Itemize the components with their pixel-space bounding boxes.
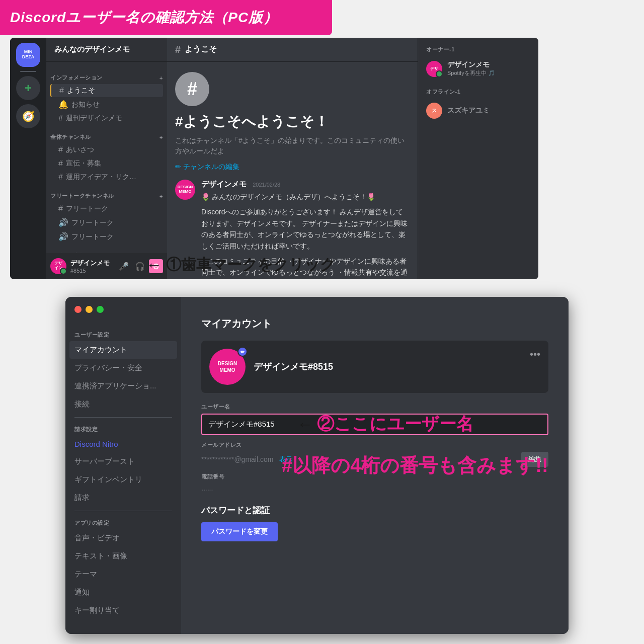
- hash-icon-5: #: [58, 173, 63, 182]
- hash-icon-4: #: [58, 159, 63, 168]
- members-panel: オーナー-1 デザ デザインメモ Spotifyを再生中 🎵 オフライン-1 ス…: [418, 38, 538, 279]
- message-author: デザインメモ 2021/02/28: [201, 180, 410, 189]
- chat-content: # #ようこそへようこそ！ これはチャンネル「#ようこそ」の始まりです。このコミ…: [167, 62, 418, 279]
- close-window-button[interactable]: [74, 306, 82, 313]
- settings-gift-inventory[interactable]: ギフトインベントリ: [69, 471, 177, 489]
- channel-name-header: ようこそ: [185, 44, 217, 55]
- channel-weekly[interactable]: # 週刊デザインメモ: [50, 112, 163, 125]
- server-list: MINDEZA + 🧭: [10, 38, 46, 279]
- settings-my-account[interactable]: マイアカウント: [69, 341, 177, 359]
- arrow-icon-1: ←: [146, 256, 162, 274]
- chat-header: # ようこそ: [167, 38, 418, 62]
- account-avatar: DESIGNMEMO ✏: [209, 349, 246, 385]
- settings-theme[interactable]: テーマ: [69, 566, 177, 583]
- account-name-tag: デザインメモ#8515: [254, 361, 333, 373]
- channel-hash-icon: #: [175, 44, 181, 55]
- channel-senden[interactable]: # 宣伝・募集: [50, 157, 163, 170]
- hash-icon-6: #: [58, 204, 63, 213]
- channel-freetalk-voice1[interactable]: 🔊 フリートーク: [50, 216, 163, 229]
- settings-connect[interactable]: 接続: [69, 395, 177, 413]
- password-section-title: パスワードと認証: [201, 505, 548, 516]
- minimize-window-button[interactable]: [86, 306, 93, 313]
- window-controls: [74, 306, 104, 313]
- hash-icon: #: [59, 86, 64, 95]
- deafen-button[interactable]: 🎧: [133, 259, 147, 273]
- message-avatar: DESIGNMEMO: [175, 180, 195, 200]
- channel-yokoso[interactable]: # ようこそ: [50, 84, 163, 97]
- server-name: みんなのデザインメモ: [54, 45, 130, 54]
- discord-ui-top: MINDEZA + 🧭 みんなのデザインメモ インフォメーション + # ようこ…: [10, 38, 538, 279]
- avatar-edit-icon[interactable]: ✏: [237, 347, 248, 357]
- channel-idea[interactable]: # 運用アイデア・リク…: [50, 171, 163, 184]
- annotation-3: #以降の4桁の番号も含みます!!: [282, 453, 548, 478]
- hash-icon-2: #: [58, 114, 63, 123]
- settings-notifications[interactable]: 通知: [69, 584, 177, 601]
- user-avatar: デザイン: [50, 258, 66, 274]
- top-banner: Discordユーザー名の確認方法（PC版）: [0, 0, 332, 35]
- email-label: メールアドレス: [201, 441, 548, 449]
- speaker-icon-2: 🔊: [58, 232, 68, 242]
- maximize-window-button[interactable]: [97, 306, 104, 313]
- channel-freetalk-text[interactable]: # フリートーク: [50, 202, 163, 215]
- user-info: デザインメモ #8515: [70, 259, 113, 274]
- channel-oshire[interactable]: 🔔 お知らせ: [50, 98, 163, 111]
- settings-text-images[interactable]: テキスト・画像: [69, 547, 177, 565]
- settings-divider-2: [74, 511, 172, 511]
- settings-nitro[interactable]: Discord Nitro: [69, 436, 177, 452]
- welcome-hash-icon: #: [175, 72, 209, 106]
- settings-connections[interactable]: 連携済アプリケーショ...: [69, 377, 177, 395]
- owner-info: デザインメモ Spotifyを再生中 🎵: [447, 60, 530, 77]
- channel-sidebar: みんなのデザインメモ インフォメーション + # ようこそ 🔔 お知らせ # 週…: [46, 38, 167, 279]
- server-divider: [20, 71, 36, 72]
- chat-area: # ようこそ # #ようこそへようこそ！ これはチャンネル「#ようこそ」の始まり…: [167, 38, 418, 279]
- phone-value: ......: [201, 484, 213, 492]
- settings-sidebar: ユーザー設定 マイアカウント プライバシー・安全 連携済アプリケーショ... 接…: [65, 297, 181, 634]
- settings-title: マイアカウント: [201, 317, 548, 331]
- welcome-header: # #ようこそへようこそ！ これはチャンネル「#ようこそ」の始まりです。このコミ…: [175, 72, 410, 172]
- username-label: ユーザー名: [201, 403, 548, 411]
- owner-name: デザインメモ: [447, 60, 530, 69]
- welcome-title: #ようこそへようこそ！: [175, 112, 410, 131]
- offline-name: スズキアユミ: [447, 106, 530, 115]
- account-more-button[interactable]: •••: [530, 349, 540, 360]
- message-title-text: 🌷 みんなのデザインメモ（みんデザ）へようこそ！🌷: [201, 191, 410, 202]
- offline-info: スズキアユミ: [447, 106, 530, 115]
- password-section: パスワードと認証 パスワードを変更: [201, 505, 548, 541]
- app-settings-label: アプリの設定: [69, 515, 177, 529]
- welcome-desc: これはチャンネル「#ようこそ」の始まりです。このコミュニティの使い方やルールだよ: [175, 135, 410, 156]
- microphone-button[interactable]: 🎤: [117, 259, 131, 273]
- account-card-header: DESIGNMEMO ✏ デザインメモ#8515: [209, 349, 540, 385]
- annotation-text-2: ②ここにユーザー名: [317, 413, 473, 436]
- speaker-icon: 🔊: [58, 218, 68, 227]
- billing-label: 請求設定: [69, 422, 177, 435]
- username-display: デザインメモ: [70, 259, 113, 268]
- member-item-offline[interactable]: ス スズキアユミ: [422, 100, 534, 122]
- change-password-button[interactable]: パスワードを変更: [201, 522, 278, 541]
- settings-privacy[interactable]: プライバシー・安全: [69, 359, 177, 377]
- banner-title: Discordユーザー名の確認方法（PC版）: [10, 8, 278, 27]
- annotation-1: ← ①歯車マークをクリック: [146, 255, 336, 275]
- email-value: ************@gmail.com: [201, 455, 273, 463]
- channel-list: インフォメーション + # ようこそ 🔔 お知らせ # 週刊デザインメモ 全体チ…: [46, 62, 167, 253]
- settings-audio-video[interactable]: 音声・ビデオ: [69, 529, 177, 547]
- owner-status: Spotifyを再生中 🎵: [447, 69, 530, 77]
- message-body-1: Discordへのご参加ありがとうございます！ みんデザ運営をしております、デザ…: [201, 206, 410, 252]
- channel-freetalk-voice2[interactable]: 🔊 フリートーク: [50, 230, 163, 244]
- settings-billing[interactable]: 請求: [69, 489, 177, 507]
- settings-server-boost[interactable]: サーバーブースト: [69, 453, 177, 470]
- annotation-text-3: #以降の4桁の番号も含みます!!: [282, 453, 548, 478]
- owner-avatar: デザ: [426, 61, 442, 77]
- user-tag-display: #8515: [70, 268, 113, 274]
- add-server-button[interactable]: +: [16, 76, 40, 100]
- explore-servers-button[interactable]: 🧭: [16, 104, 40, 128]
- server-icon-mindeza[interactable]: MINDEZA: [16, 43, 40, 67]
- category-global: 全体チャンネル +: [46, 125, 167, 143]
- channel-aisatsu[interactable]: # あいさつ: [50, 143, 163, 156]
- offline-category: オフライン-1: [422, 88, 534, 100]
- edit-channel-link[interactable]: ✏ チャンネルの編集: [175, 163, 410, 172]
- member-item-owner[interactable]: デザ デザインメモ Spotifyを再生中 🎵: [422, 57, 534, 80]
- annotation-text-1: ①歯車マークをクリック: [166, 255, 336, 275]
- settings-keybindings[interactable]: キー割り当て: [69, 602, 177, 619]
- server-header[interactable]: みんなのデザインメモ: [46, 38, 167, 62]
- offline-avatar: ス: [426, 103, 442, 119]
